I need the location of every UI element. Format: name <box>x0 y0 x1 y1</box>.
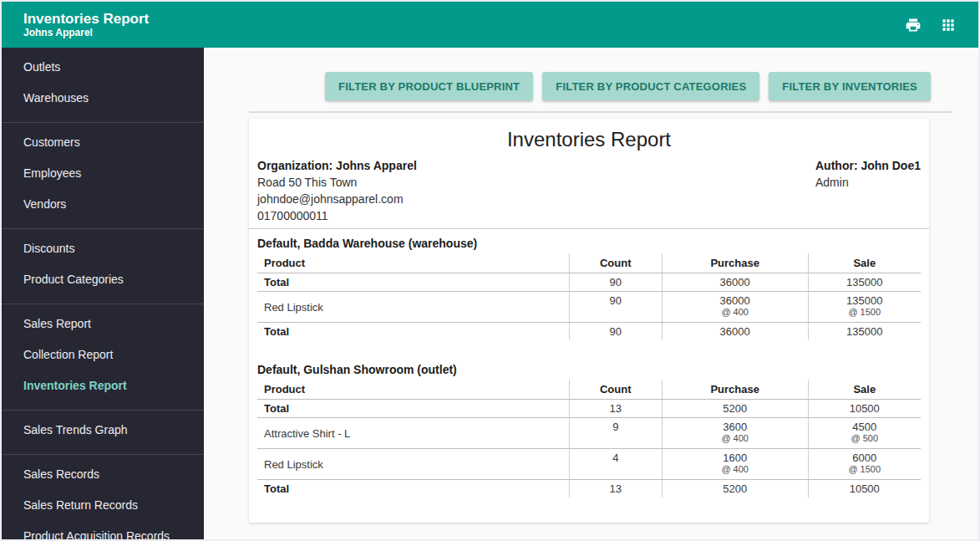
column-header-sale: Sale <box>808 253 921 273</box>
apps-grid-icon[interactable] <box>940 17 957 33</box>
header-actions <box>905 17 957 33</box>
column-header-product: Product <box>257 253 569 273</box>
purchase-cell-value: 1600 <box>669 452 801 464</box>
author-block: Author: John Doe1 Admin <box>815 157 921 224</box>
sale-cell-value: 135000 <box>815 276 915 288</box>
sale-cell-value: 10500 <box>815 402 915 415</box>
sale-cell: 6000@ 1500 <box>808 449 921 480</box>
filter-by-inventories-button[interactable]: FILTER BY INVENTORIES <box>769 72 931 100</box>
unit-rate: @ 400 <box>669 464 801 477</box>
main-content: FILTER BY PRODUCT BLUEPRINTFILTER BY PRO… <box>204 48 978 539</box>
purchase-cell-value: 36000 <box>669 276 801 288</box>
sidebar-item-sales-records[interactable]: Sales Records <box>2 459 204 490</box>
sale-cell-value: 4500 <box>815 421 915 433</box>
header-title: Inventories Report <box>23 11 149 28</box>
purchase-cell: 36000@ 400 <box>662 292 808 323</box>
sale-cell-value: 6000 <box>815 452 915 464</box>
sidebar-group: Sales ReportCollection ReportInventories… <box>2 304 204 410</box>
table-header-row: ProductCountPurchaseSale <box>257 253 921 273</box>
count-cell: 9 <box>569 418 662 449</box>
sale-cell: 135000 <box>808 323 921 341</box>
unit-rate: @ 400 <box>669 433 801 446</box>
organization-email: johndoe@johnsapparel.com <box>257 191 417 207</box>
organization-block: Organization: Johns Apparel Road 50 This… <box>257 157 417 224</box>
sale-cell: 135000 <box>808 273 921 292</box>
purchase-cell: 3600@ 400 <box>662 418 808 449</box>
sidebar-group: DiscountsProduct Categories <box>2 229 204 304</box>
column-header-product: Product <box>257 380 569 400</box>
sale-cell-value: 135000 <box>815 294 915 307</box>
product-cell: Total <box>257 273 569 292</box>
sidebar-item-inventories-report[interactable]: Inventories Report <box>2 370 204 401</box>
author-role: Admin <box>815 174 921 191</box>
table-row: Total13520010500 <box>257 400 921 418</box>
filter-by-product-blueprint-button[interactable]: FILTER BY PRODUCT BLUEPRINT <box>325 72 533 100</box>
sidebar-item-collection-report[interactable]: Collection Report <box>2 339 204 370</box>
print-icon[interactable] <box>905 17 922 33</box>
product-cell: Red Lipstick <box>257 449 569 480</box>
count-cell: 13 <box>569 480 662 498</box>
column-header-purchase: Purchase <box>662 380 808 400</box>
purchase-cell-value: 3600 <box>669 421 801 433</box>
table-row: Total9036000135000 <box>257 273 921 292</box>
sidebar-item-customers[interactable]: Customers <box>2 127 204 158</box>
filter-button-row: FILTER BY PRODUCT BLUEPRINTFILTER BY PRO… <box>249 72 931 100</box>
sidebar-item-vendors[interactable]: Vendors <box>2 189 204 220</box>
organization-phone: 01700000011 <box>257 207 417 224</box>
sidebar-item-sales-trends-graph[interactable]: Sales Trends Graph <box>2 415 204 446</box>
sale-cell: 10500 <box>808 400 921 418</box>
column-header-count: Count <box>569 380 662 400</box>
table-row: Red Lipstick9036000@ 400135000@ 1500 <box>257 292 921 323</box>
purchase-cell: 5200 <box>662 480 808 498</box>
report-page-title: Inventories Report <box>257 119 921 157</box>
header-subtitle: Johns Apparel <box>23 28 149 38</box>
inventory-section: Default, Gulshan Showroom (outlet)Produc… <box>257 361 921 498</box>
table-row: Total9036000135000 <box>257 323 921 341</box>
unit-rate: @ 500 <box>815 433 915 446</box>
sidebar-group: Sales Trends Graph <box>2 411 204 454</box>
unit-rate: @ 1500 <box>815 307 915 319</box>
sidebar-group: Sales RecordsSales Return RecordsProduct… <box>2 455 204 539</box>
content-divider <box>249 111 952 113</box>
sidebar-item-discounts[interactable]: Discounts <box>2 233 204 264</box>
count-cell: 90 <box>569 273 662 292</box>
purchase-cell-value: 36000 <box>669 325 801 338</box>
organization-address: Road 50 This Town <box>257 174 417 191</box>
purchase-cell-value: 36000 <box>669 294 801 307</box>
column-header-sale: Sale <box>808 380 921 400</box>
header-titles: Inventories Report Johns Apparel <box>23 11 149 38</box>
app-window: Inventories Report Johns Apparel Outlets… <box>0 0 980 541</box>
table-row: Total13520010500 <box>257 480 921 498</box>
filter-by-product-categories-button[interactable]: FILTER BY PRODUCT CATEGORIES <box>542 72 759 100</box>
sidebar-item-product-acquisition-records[interactable]: Product Acquisition Records <box>2 521 204 539</box>
section-heading: Default, Badda Warehouse (warehouse) <box>257 235 921 252</box>
product-cell: Total <box>257 480 569 498</box>
product-cell: Total <box>257 323 569 341</box>
sidebar-item-outlets[interactable]: Outlets <box>2 52 204 83</box>
sidebar-item-product-categories[interactable]: Product Categories <box>2 264 204 295</box>
sidebar-item-sales-report[interactable]: Sales Report <box>2 309 204 339</box>
product-cell: Red Lipstick <box>257 292 569 323</box>
purchase-cell-value: 5200 <box>669 402 801 415</box>
sidebar-item-warehouses[interactable]: Warehouses <box>2 83 204 114</box>
inventory-table: ProductCountPurchaseSaleTotal90360001350… <box>257 253 921 340</box>
sidebar-item-sales-return-records[interactable]: Sales Return Records <box>2 490 204 521</box>
sale-cell: 10500 <box>808 480 921 498</box>
sidebar-item-employees[interactable]: Employees <box>2 158 204 189</box>
report-info-row: Organization: Johns Apparel Road 50 This… <box>257 157 921 224</box>
sidebar-group: OutletsWarehouses <box>2 48 204 122</box>
count-cell: 4 <box>569 449 662 480</box>
inventory-section: Default, Badda Warehouse (warehouse)Prod… <box>257 235 921 340</box>
unit-rate: @ 1500 <box>815 464 915 477</box>
column-header-count: Count <box>569 253 662 273</box>
product-cell: Total <box>257 400 569 418</box>
report-sections: Default, Badda Warehouse (warehouse)Prod… <box>257 235 921 498</box>
body-row: OutletsWarehousesCustomersEmployeesVendo… <box>2 48 978 539</box>
report-card: Inventories Report Organization: Johns A… <box>249 119 929 523</box>
author-label: Author: John Doe1 <box>815 157 921 174</box>
app-header: Inventories Report Johns Apparel <box>2 2 978 48</box>
unit-rate: @ 400 <box>669 307 801 319</box>
count-cell: 13 <box>569 400 662 418</box>
purchase-cell-value: 5200 <box>669 482 801 495</box>
product-cell: Attractive Shirt - L <box>257 418 569 449</box>
